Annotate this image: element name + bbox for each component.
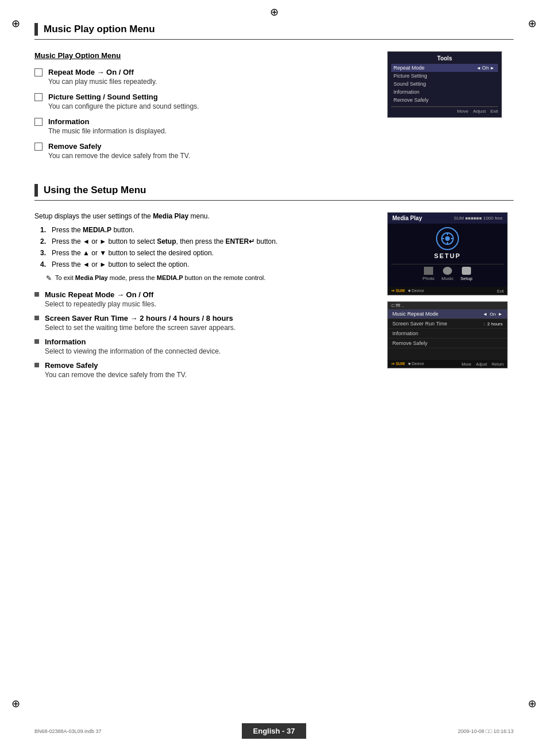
- setup-menu-item-information: Information: [388, 329, 507, 339]
- section1-title: Music Play option Menu: [44, 24, 155, 35]
- tools-item-remove: Remove Safely: [391, 96, 498, 104]
- square-content-2: Screen Saver Run Time → 2 hours / 4 hour…: [45, 314, 376, 332]
- tools-item-info: Information: [391, 88, 498, 96]
- setup-menu-item-repeat: Music Repeat Mode ◄ On ►: [388, 309, 507, 319]
- footer-left-info: BN68-02388A-03L09.indb 37: [34, 728, 102, 734]
- checkbox-icon-1: [34, 68, 43, 76]
- section1-subsection-title: Music Play Option Menu: [34, 51, 376, 60]
- square-content-3: Information Select to viewing the inform…: [45, 337, 376, 355]
- tools-item-sound: Sound Setting: [391, 80, 498, 88]
- section2-header: Using the Setup Menu: [34, 184, 514, 201]
- item-title-1: Repeat Mode → On / Off: [48, 68, 376, 76]
- media-play-screenshot: Media Play SUM ■■■■■■ 1000 free: [387, 212, 508, 296]
- list-item-picture-setting: Picture Setting / Sound Setting You can …: [34, 93, 376, 110]
- square-icon-2: [34, 316, 39, 320]
- setup-item-screen-saver: Screen Saver Run Time → 2 hours / 4 hour…: [34, 314, 376, 332]
- checkbox-icon-3: [34, 118, 43, 126]
- page-footer: BN68-02388A-03L09.indb 37 English - 37 2…: [0, 723, 548, 739]
- mp-body: SETUP Photo Music: [388, 224, 507, 287]
- setup-item-information: Information Select to viewing the inform…: [34, 337, 376, 355]
- list-item-remove-safely: Remove Safely You can remove the device …: [34, 142, 376, 160]
- square-content-1: Music Repeat Mode → On / Off Select to r…: [45, 290, 376, 308]
- square-desc-2: Select to set the waiting time before th…: [45, 324, 376, 332]
- section1-header: Music Play option Menu: [34, 23, 514, 40]
- square-icon-3: [34, 339, 39, 344]
- section2-bar: [34, 184, 38, 197]
- square-content-4: Remove Safely You can remove the device …: [45, 361, 376, 379]
- square-desc-4: You can remove the device safely from th…: [45, 371, 376, 379]
- step-2: 2. Press the ◄ or ► button to select Set…: [40, 237, 376, 245]
- tools-item-picture: Picture Setting: [391, 72, 498, 80]
- section2: Using the Setup Menu Setup displays the …: [34, 184, 514, 385]
- mp-tab-setup: Setup: [460, 267, 472, 281]
- steps-list: 1. Press the MEDIA.P button. 2. Press th…: [40, 226, 376, 268]
- item-title-3: Information: [48, 117, 376, 126]
- square-icon-1: [34, 292, 39, 297]
- list-item-information: Information The music file information i…: [34, 117, 376, 135]
- setup-footer: ⇒ SUM ■ Device Move Adjust Return: [388, 360, 507, 368]
- item-desc-4: You can remove the device safely from th…: [48, 152, 376, 160]
- checkbox-icon-2: [34, 93, 43, 101]
- section2-screenshots: Media Play SUM ■■■■■■ 1000 free: [387, 212, 514, 385]
- note-item: ✎ To exit Media Play mode, press the MED…: [46, 274, 376, 282]
- item-content-4: Remove Safely You can remove the device …: [48, 142, 376, 160]
- step-3: 3. Press the ▲ or ▼ button to select the…: [40, 249, 376, 257]
- square-icon-4: [34, 363, 39, 367]
- mp-header: Media Play SUM ■■■■■■ 1000 free: [388, 213, 507, 224]
- checkbox-icon-4: [34, 143, 43, 151]
- item-content-3: Information The music file information i…: [48, 117, 376, 135]
- tools-menu-image: Tools Repeat Mode ◄ On ► Picture Setting…: [387, 51, 502, 118]
- square-title-4: Remove Safely: [45, 361, 376, 370]
- section2-intro: Setup displays the user settings of the …: [34, 212, 376, 220]
- svg-point-1: [445, 236, 450, 241]
- list-item-repeat-mode: Repeat Mode → On / Off You can play musi…: [34, 68, 376, 86]
- setup-spacer: [388, 348, 507, 360]
- square-title-1: Music Repeat Mode → On / Off: [45, 290, 376, 299]
- mp-tab-photo: Photo: [423, 267, 435, 281]
- setup-item-remove-safely: Remove Safely You can remove the device …: [34, 361, 376, 379]
- section1-content: Music Play Option Menu Repeat Mode → On …: [34, 51, 514, 167]
- section1-left: Music Play Option Menu Repeat Mode → On …: [34, 51, 376, 167]
- section2-title: Using the Setup Menu: [44, 185, 146, 196]
- item-title-2: Picture Setting / Sound Setting: [48, 93, 376, 101]
- mp-tabs: Photo Music Setup: [391, 264, 504, 283]
- item-desc-2: You can configure the picture and sound …: [48, 102, 376, 110]
- tools-title: Tools: [391, 55, 498, 62]
- item-desc-3: The music file information is displayed.: [48, 127, 376, 135]
- square-title-3: Information: [45, 337, 376, 346]
- tools-item-repeat-mode: Repeat Mode ◄ On ►: [391, 64, 498, 72]
- page: Music Play option Menu Music Play Option…: [0, 0, 548, 756]
- square-title-2: Screen Saver Run Time → 2 hours / 4 hour…: [45, 314, 376, 323]
- item-title-4: Remove Safely: [48, 142, 376, 151]
- footer-right-info: 2009-10-08 □□ 10:16:13: [458, 728, 514, 734]
- section2-left: Setup displays the user settings of the …: [34, 212, 376, 385]
- section2-content: Setup displays the user settings of the …: [34, 212, 514, 385]
- mp-setup-label: SETUP: [434, 252, 461, 259]
- item-desc-1: You can play music files repeatedly.: [48, 78, 376, 86]
- tools-footer: Move Adjust Exit: [391, 106, 498, 114]
- step-1: 1. Press the MEDIA.P button.: [40, 226, 376, 234]
- setup-menu-screenshot: C:₩... Music Repeat Mode ◄ On ► Screen S…: [387, 301, 508, 369]
- tools-screenshot: Tools Repeat Mode ◄ On ► Picture Setting…: [387, 51, 514, 167]
- setup-menu-item-remove: Remove Safely: [388, 339, 507, 348]
- setup-menu-item-screensaver: Screen Saver Run Time : 2 hours: [388, 319, 507, 329]
- mp-tab-music: Music: [442, 267, 454, 281]
- item-content-2: Picture Setting / Sound Setting You can …: [48, 93, 376, 110]
- setup-item-music-repeat: Music Repeat Mode → On / Off Select to r…: [34, 290, 376, 308]
- square-desc-1: Select to repeatedly play music files.: [45, 300, 376, 308]
- mp-footer: ⇒ SUM ■ Device Exit: [388, 287, 507, 295]
- section1-bar: [34, 23, 38, 36]
- square-desc-3: Select to viewing the information of the…: [45, 347, 376, 355]
- setup-screenshot-header: C:₩...: [388, 302, 507, 309]
- step-4: 4. Press the ◄ or ► button to select the…: [40, 260, 376, 268]
- square-items-list: Music Repeat Mode → On / Off Select to r…: [34, 290, 376, 379]
- item-content-1: Repeat Mode → On / Off You can play musi…: [48, 68, 376, 86]
- footer-badge: English - 37: [242, 723, 307, 739]
- mp-setup-icon: [436, 227, 459, 250]
